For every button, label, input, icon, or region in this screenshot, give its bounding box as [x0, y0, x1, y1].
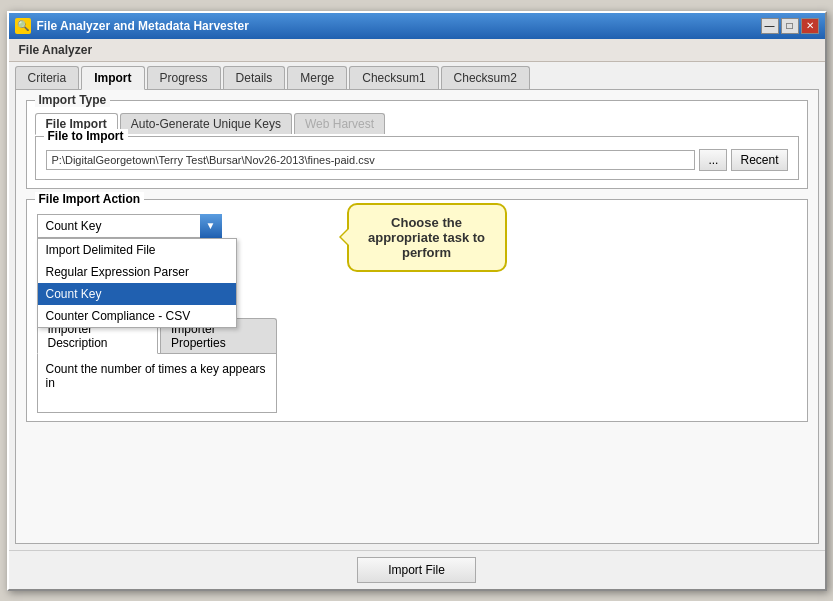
import-type-tabs: File Import Auto-Generate Unique Keys We…: [35, 113, 799, 134]
title-bar: 🔍 File Analyzer and Metadata Harvester —…: [9, 13, 825, 39]
file-to-import-box: File to Import ... Recent: [35, 136, 799, 180]
bottom-bar: Import File: [9, 550, 825, 589]
action-dropdown[interactable]: Count Key ▼: [37, 214, 222, 238]
close-button[interactable]: ✕: [801, 18, 819, 34]
main-tab-bar: Criteria Import Progress Details Merge C…: [9, 62, 825, 89]
recent-button[interactable]: Recent: [731, 149, 787, 171]
title-bar-left: 🔍 File Analyzer and Metadata Harvester: [15, 18, 249, 34]
file-path-row: ... Recent: [46, 149, 788, 171]
action-area: Count Key ▼ Import Delimited File Regula…: [37, 208, 797, 413]
importer-description-text: Count the number of times a key appears …: [46, 362, 266, 390]
content-area: File Analyzer Criteria Import Progress D…: [9, 39, 825, 589]
file-to-import-label: File to Import: [44, 129, 128, 143]
dropdown-selected-value: Count Key: [38, 215, 221, 237]
import-type-label: Import Type: [35, 93, 111, 107]
import-file-button[interactable]: Import File: [357, 557, 476, 583]
tab-checksum1[interactable]: Checksum1: [349, 66, 438, 89]
dropdown-item-count-key[interactable]: Count Key: [38, 283, 236, 305]
tab-merge[interactable]: Merge: [287, 66, 347, 89]
browse-button[interactable]: ...: [699, 149, 727, 171]
maximize-button[interactable]: □: [781, 18, 799, 34]
tab-progress[interactable]: Progress: [147, 66, 221, 89]
file-import-action-label: File Import Action: [35, 192, 145, 206]
tab-details[interactable]: Details: [223, 66, 286, 89]
tooltip-text: Choose the appropriate task to perform: [368, 215, 485, 260]
minimize-button[interactable]: —: [761, 18, 779, 34]
importer-content: Count the number of times a key appears …: [37, 353, 277, 413]
import-tab-auto-generate[interactable]: Auto-Generate Unique Keys: [120, 113, 292, 134]
dropdown-item-import-delimited[interactable]: Import Delimited File: [38, 239, 236, 261]
importer-tabs-area: Importer Description Importer Properties…: [37, 318, 277, 413]
dropdown-item-regex-parser[interactable]: Regular Expression Parser: [38, 261, 236, 283]
action-dropdown-wrapper: Count Key ▼ Import Delimited File Regula…: [37, 214, 222, 238]
file-path-input[interactable]: [46, 150, 696, 170]
tooltip-bubble: Choose the appropriate task to perform: [347, 203, 507, 272]
window-title: File Analyzer and Metadata Harvester: [37, 19, 249, 33]
section-header: File Analyzer: [9, 39, 825, 62]
import-tab-web-harvest: Web Harvest: [294, 113, 385, 134]
app-icon: 🔍: [15, 18, 31, 34]
import-type-group: Import Type File Import Auto-Generate Un…: [26, 100, 808, 189]
file-import-action-box: File Import Action Count Key ▼ Import De…: [26, 199, 808, 422]
tab-import[interactable]: Import: [81, 66, 144, 90]
tab-checksum2[interactable]: Checksum2: [441, 66, 530, 89]
tab-criteria[interactable]: Criteria: [15, 66, 80, 89]
main-window: 🔍 File Analyzer and Metadata Harvester —…: [7, 11, 827, 591]
dropdown-item-counter-compliance[interactable]: Counter Compliance - CSV: [38, 305, 236, 327]
dropdown-menu: Import Delimited File Regular Expression…: [37, 238, 237, 328]
main-panel: Import Type File Import Auto-Generate Un…: [15, 89, 819, 544]
title-buttons: — □ ✕: [761, 18, 819, 34]
